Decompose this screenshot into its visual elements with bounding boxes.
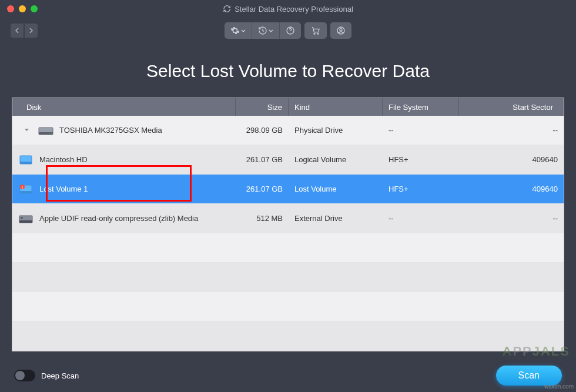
svg-text:!: ! [22, 185, 23, 189]
chevron-down-icon [241, 29, 246, 32]
window-title-text: Stellar Data Recovery Professional [235, 5, 353, 14]
disk-name: Macintosh HD [39, 155, 88, 164]
deep-scan-toggle[interactable] [14, 370, 35, 381]
zoom-window-button[interactable] [31, 5, 38, 12]
cell-disk: TOSHIBA MK3275GSX Media [12, 125, 236, 136]
svg-point-2 [317, 33, 319, 34]
cell-disk: Macintosh HD [12, 154, 236, 166]
table-header: Disk Size Kind File System Start Sector [12, 98, 564, 116]
gear-icon [230, 26, 240, 35]
drive-icon: ! [18, 183, 34, 195]
minimize-window-button[interactable] [19, 5, 26, 12]
disk-name: Apple UDIF read-only compressed (zlib) M… [39, 214, 198, 223]
drive-icon [38, 125, 53, 136]
cell-kind: External Drive [289, 214, 383, 223]
help-icon [286, 26, 295, 35]
disk-name: TOSHIBA MK3275GSX Media [59, 126, 162, 135]
user-icon [336, 26, 346, 35]
cell-disk: Apple UDIF read-only compressed (zlib) M… [12, 213, 236, 225]
svg-point-7 [51, 133, 52, 134]
cell-start-sector: -- [459, 214, 564, 223]
close-window-button[interactable] [7, 5, 14, 12]
table-row[interactable]: Macintosh HD261.07 GBLogical VolumeHFS+4… [12, 145, 564, 175]
column-header-disk[interactable]: Disk [12, 98, 236, 116]
svg-rect-9 [20, 162, 32, 164]
table-row[interactable]: !Lost Volume 1261.07 GBLost VolumeHFS+40… [12, 175, 564, 204]
settings-button[interactable] [225, 22, 252, 39]
page-title: Select Lost Volume to Recover Data [12, 61, 564, 81]
cell-disk: !Lost Volume 1 [12, 183, 236, 195]
bottom-bar: Deep Scan Scan [0, 359, 576, 392]
cell-kind: Logical Volume [289, 155, 383, 164]
svg-rect-16 [21, 217, 23, 219]
toolbar-group-settings [225, 22, 301, 39]
cell-size: 261.07 GB [236, 155, 289, 164]
cell-file-system: -- [383, 126, 459, 135]
account-button[interactable] [330, 22, 351, 39]
scan-button[interactable]: Scan [496, 366, 562, 386]
chevron-down-icon [269, 29, 273, 32]
disk-name: Lost Volume 1 [39, 185, 88, 193]
table-row[interactable]: TOSHIBA MK3275GSX Media298.09 GBPhysical… [12, 116, 564, 145]
history-button[interactable] [252, 22, 280, 39]
nav-forward-button[interactable] [25, 24, 38, 38]
table-row-empty [12, 292, 564, 321]
cell-start-sector: -- [459, 126, 564, 135]
history-icon [258, 26, 267, 35]
toolbar-center [225, 22, 351, 39]
deep-scan-control: Deep Scan [14, 370, 79, 381]
cell-size: 261.07 GB [236, 185, 289, 193]
cell-kind: Lost Volume [289, 185, 383, 193]
app-logo-icon [223, 5, 231, 13]
table-row-empty [12, 321, 564, 351]
cart-icon [310, 26, 321, 35]
nav-buttons [11, 24, 38, 38]
column-header-kind[interactable]: Kind [289, 98, 383, 116]
main-content: Select Lost Volume to Recover Data Disk … [0, 43, 576, 351]
cell-file-system: HFS+ [383, 185, 459, 193]
cell-start-sector: 409640 [459, 155, 564, 164]
drive-icon [18, 213, 34, 225]
column-header-size[interactable]: Size [236, 98, 289, 116]
nav-back-button[interactable] [11, 24, 24, 38]
volume-table: Disk Size Kind File System Start Sector … [12, 98, 564, 351]
disclosure-triangle-icon[interactable] [23, 128, 30, 133]
svg-rect-15 [19, 220, 32, 223]
svg-rect-11 [20, 191, 32, 193]
svg-point-4 [340, 29, 342, 31]
deep-scan-label: Deep Scan [41, 371, 79, 380]
cell-size: 512 MB [236, 214, 289, 223]
cell-file-system: HFS+ [383, 155, 459, 164]
column-header-file-system[interactable]: File System [383, 98, 459, 116]
toggle-knob [15, 371, 25, 380]
watermark-logo: APPJALS [503, 344, 571, 359]
cell-size: 298.09 GB [236, 126, 289, 135]
watermark-text: wsxdn.com [544, 383, 574, 390]
cell-start-sector: 409640 [459, 185, 564, 193]
toolbar [0, 18, 576, 43]
cart-button[interactable] [304, 22, 327, 39]
help-button[interactable] [280, 22, 301, 39]
window-title: Stellar Data Recovery Professional [223, 5, 353, 14]
table-row-empty [12, 233, 564, 263]
table-row-empty [12, 263, 564, 292]
cell-file-system: -- [383, 214, 459, 223]
svg-point-1 [314, 33, 315, 34]
window-controls [0, 5, 38, 12]
column-header-start-sector[interactable]: Start Sector [459, 98, 564, 116]
table-row[interactable]: Apple UDIF read-only compressed (zlib) M… [12, 204, 564, 233]
cell-kind: Physical Drive [289, 126, 383, 135]
drive-icon [18, 154, 34, 166]
table-body: TOSHIBA MK3275GSX Media298.09 GBPhysical… [12, 116, 564, 351]
titlebar: Stellar Data Recovery Professional [0, 0, 576, 18]
